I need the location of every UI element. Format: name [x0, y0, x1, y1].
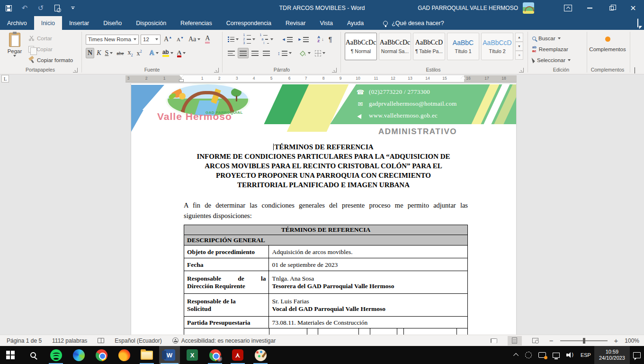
undo-button[interactable]: ↶	[20, 3, 29, 13]
styles-scroll-down-button[interactable]: ▼	[515, 42, 523, 51]
change-case-button[interactable]: Aa	[187, 34, 202, 45]
increase-indent-button[interactable]: ►	[296, 34, 310, 45]
taskbar-firefox[interactable]	[114, 346, 134, 364]
zoom-level[interactable]: 100%	[625, 337, 639, 344]
styles-scroll-up-button[interactable]: ▲	[515, 33, 523, 42]
redo-button[interactable]: ↺	[36, 3, 45, 13]
customize-qat-button[interactable]	[68, 3, 78, 13]
clear-formatting-button[interactable]: A	[204, 34, 211, 45]
page-indicator[interactable]: Página 1 de 5	[7, 337, 42, 344]
taskbar-excel[interactable]: X	[182, 346, 203, 364]
subscript-button[interactable]: x2	[126, 48, 134, 58]
proofing-icon[interactable]	[98, 338, 104, 343]
format-painter-button[interactable]: Copiar formato	[28, 55, 73, 65]
taskbar-file-explorer[interactable]	[136, 346, 157, 364]
save-button[interactable]	[4, 3, 13, 13]
tray-sync-button[interactable]	[522, 346, 535, 364]
clipboard-dialog-launcher[interactable]	[73, 68, 78, 73]
grow-font-button[interactable]: A▲	[162, 34, 173, 45]
word-count[interactable]: 1112 palabras	[52, 337, 87, 344]
styles-more-button[interactable]: ≡	[515, 51, 523, 60]
addins-button[interactable]: Complementos	[589, 33, 626, 52]
tab-ayuda[interactable]: Ayuda	[340, 16, 371, 30]
web-layout-button[interactable]	[528, 336, 543, 346]
style-table-pa[interactable]: AaBbCcD ¶ Table Pa...	[413, 33, 445, 60]
tab-inicio[interactable]: Inicio	[34, 16, 62, 30]
start-button[interactable]	[0, 346, 21, 364]
sort-button[interactable]: AZ↓	[316, 34, 325, 45]
taskbar-clock[interactable]: 10:59 24/10/2023	[594, 346, 630, 364]
align-left-button[interactable]	[226, 48, 236, 58]
taskbar-search-button[interactable]	[23, 346, 44, 364]
account-avatar[interactable]	[523, 2, 534, 14]
select-button[interactable]: Seleccionar	[532, 55, 571, 65]
underline-button[interactable]: S	[103, 48, 114, 58]
zoom-slider-thumb[interactable]	[583, 338, 585, 344]
language-switcher[interactable]: ESP	[577, 346, 594, 364]
tab-archivo[interactable]: Archivo	[0, 16, 34, 30]
multilevel-list-button[interactable]: 1ai	[259, 34, 275, 45]
left-indent-marker[interactable]	[179, 79, 184, 82]
tray-volume-button[interactable]: )	[563, 346, 577, 364]
print-layout-button[interactable]	[508, 336, 522, 346]
line-spacing-button[interactable]: ↕	[276, 48, 293, 58]
copy-button[interactable]: Copiar	[28, 44, 73, 55]
taskbar-spotify[interactable]	[45, 346, 66, 364]
style-normal-sa[interactable]: AaBbCcDc Normal Sa...	[379, 33, 411, 60]
justify-button[interactable]	[261, 48, 271, 58]
tab-revisar[interactable]: Revisar	[278, 16, 313, 30]
zoom-in-button[interactable]: +	[614, 337, 618, 344]
text-effects-button[interactable]: A	[148, 48, 160, 58]
cut-button[interactable]: Cortar	[28, 33, 73, 44]
close-button[interactable]: ×	[622, 0, 644, 16]
find-button[interactable]: Buscar	[532, 33, 571, 44]
tray-expand-button[interactable]	[511, 346, 522, 364]
account-info[interactable]: GAD PARROQUIAL VALLE HERMOSO	[418, 0, 534, 16]
superscript-button[interactable]: x2	[135, 48, 143, 58]
font-size-combobox[interactable]: 12	[141, 35, 161, 45]
borders-button[interactable]	[313, 48, 327, 58]
font-dialog-launcher[interactable]	[214, 68, 219, 73]
font-color-button[interactable]: A	[176, 48, 187, 58]
tray-network-button[interactable]	[549, 346, 563, 364]
taskbar-chrome[interactable]	[91, 346, 112, 364]
read-mode-button[interactable]	[487, 336, 501, 346]
styles-dialog-launcher[interactable]	[519, 68, 524, 73]
minimize-button[interactable]	[579, 0, 600, 16]
tab-diseno[interactable]: Diseño	[96, 16, 129, 30]
tell-me-search[interactable]: ¿Qué desea hacer?	[383, 16, 444, 30]
tab-disposicion[interactable]: Disposición	[129, 16, 173, 30]
paragraph-dialog-launcher[interactable]	[332, 68, 337, 73]
tray-cast-button[interactable]	[535, 346, 549, 364]
feedback-button[interactable]	[637, 19, 638, 27]
horizontal-ruler[interactable]: 321123456789101112131415161718	[125, 75, 517, 82]
style-titulo-2[interactable]: AaBbCcD Título 2	[481, 33, 513, 60]
numbering-button[interactable]: 123	[242, 34, 257, 45]
language-indicator[interactable]: Español (Ecuador)	[115, 337, 161, 344]
restore-button[interactable]	[600, 0, 622, 16]
highlight-button[interactable]: ab	[161, 48, 175, 58]
font-name-combobox[interactable]: Times New Roma	[86, 35, 139, 45]
align-center-button[interactable]	[238, 48, 249, 58]
first-line-indent-marker[interactable]	[179, 75, 184, 78]
tab-stop-selector[interactable]: L	[1, 75, 9, 82]
italic-button[interactable]: K	[95, 48, 102, 58]
strikethrough-button[interactable]: abe	[115, 48, 125, 58]
document-page[interactable]: ☎ (02)2773220 / 2773300 ✉ gadprvalleherm…	[131, 83, 516, 335]
show-marks-button[interactable]: ¶	[327, 34, 334, 45]
action-center-button[interactable]	[630, 346, 644, 364]
replace-button[interactable]: abacReemplazar	[532, 44, 571, 55]
ribbon-display-options-button[interactable]	[557, 0, 579, 16]
align-right-button[interactable]	[250, 48, 260, 58]
zoom-out-button[interactable]: −	[549, 337, 554, 344]
bullets-button[interactable]	[226, 34, 240, 45]
tab-insertar[interactable]: Insertar	[62, 16, 96, 30]
collapse-ribbon-button[interactable]	[635, 68, 635, 73]
paste-button[interactable]: Pegar	[4, 33, 26, 57]
right-indent-marker[interactable]	[461, 76, 465, 79]
shrink-font-button[interactable]: A▼	[175, 34, 185, 45]
print-preview-button[interactable]	[52, 3, 62, 13]
tab-correspondencia[interactable]: Correspondencia	[219, 16, 278, 30]
tab-vista[interactable]: Vista	[313, 16, 340, 30]
tab-referencias[interactable]: Referencias	[173, 16, 219, 30]
